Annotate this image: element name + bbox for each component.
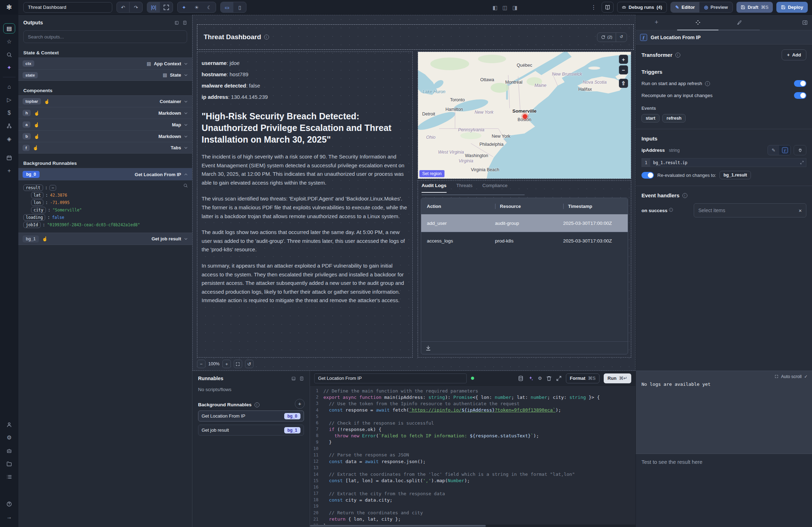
user-icon[interactable] — [3, 419, 15, 430]
add-transformer-button[interactable]: + Add — [782, 49, 806, 60]
refresh-app-button[interactable]: (2) — [597, 33, 616, 42]
output-row-topbar[interactable]: topbar☝Container — [18, 95, 192, 107]
component-settings-tab[interactable] — [677, 15, 718, 30]
home-icon[interactable]: ⌂ — [3, 82, 15, 92]
runnable-item[interactable]: Get Location From IPbg_0 — [198, 411, 304, 421]
flows-nodes-icon[interactable] — [3, 121, 15, 131]
reset-view-button[interactable]: ↺ — [245, 360, 253, 368]
draft-button[interactable]: Draft ⌘S — [736, 2, 773, 13]
editor-tab[interactable]: ✎ Editor — [671, 2, 699, 12]
zoom-out-button[interactable]: − — [197, 360, 205, 368]
styling-tab[interactable] — [718, 15, 760, 30]
fit-view-button[interactable] — [234, 360, 242, 368]
workers-robot-icon[interactable] — [3, 445, 15, 456]
runnable-item[interactable]: Get job resultbg_1 — [198, 425, 304, 436]
more-menu-kebab-icon[interactable]: ⋮ — [590, 4, 598, 11]
zoom-in-button[interactable]: + — [222, 360, 231, 368]
markdown-component[interactable]: username: jdoehostname: host789malware d… — [197, 52, 413, 358]
collapse-right-panel-icon[interactable] — [802, 15, 808, 30]
download-icon[interactable] — [425, 345, 431, 351]
expand-grid-button[interactable] — [160, 2, 173, 12]
collapse-rail-arrow-icon[interactable]: → — [3, 512, 15, 522]
runs-play-icon[interactable]: ▷ — [3, 95, 15, 105]
settings-gear-icon[interactable]: ⚙ — [538, 376, 542, 381]
add-background-runnable-button[interactable]: + — [295, 399, 305, 409]
outputs-search-input[interactable] — [23, 30, 187, 43]
collapse-toggle[interactable]: − — [49, 185, 56, 191]
code-area[interactable]: 1// Define the main function with the re… — [310, 386, 635, 527]
trigger-toggle[interactable] — [794, 92, 806, 99]
event-chip-start[interactable]: start — [641, 114, 659, 122]
folders-icon[interactable] — [3, 459, 15, 469]
audit-logs-list-icon[interactable] — [3, 472, 15, 482]
help-icon[interactable] — [3, 499, 15, 509]
table-row[interactable]: add_useraudit-group2025-03-30T17:00:00Z — [421, 214, 628, 232]
collapse-panel-icon[interactable] — [174, 20, 179, 25]
connect-plug-button[interactable] — [794, 145, 806, 155]
output-row-a[interactable]: a☝Map — [18, 119, 192, 130]
ai-assistant-icon[interactable] — [528, 376, 533, 381]
add-plus-icon[interactable]: + — [3, 166, 15, 176]
windmill-logo[interactable]: ✻ — [0, 0, 18, 15]
insert-component-tab[interactable]: + — [636, 15, 677, 30]
map-zoom-out-button[interactable]: − — [619, 65, 628, 74]
light-theme-button[interactable]: ☀ — [190, 2, 203, 12]
tab-audit-logs[interactable]: Audit Logs — [422, 183, 447, 193]
doc-list-icon[interactable] — [299, 376, 304, 381]
debug-runs-button[interactable]: Debug runs (4) — [617, 2, 667, 13]
settings-gear-icon[interactable]: ⚙ — [3, 432, 15, 443]
delete-trash-icon[interactable] — [546, 376, 552, 381]
clear-select-icon[interactable]: × — [799, 208, 802, 214]
schedules-calendar-icon[interactable] — [3, 152, 15, 163]
search-icon[interactable] — [3, 49, 15, 60]
topbar-container-component[interactable]: Threat Dashboard (2) ↺ — [197, 24, 634, 50]
app-canvas-icon[interactable]: ▤ — [3, 23, 15, 34]
resources-icon[interactable]: ◈ — [3, 134, 15, 144]
run-button[interactable]: Run ⌘↵ — [604, 373, 631, 383]
expand-expr-icon[interactable] — [800, 161, 804, 164]
runnable-name-input[interactable] — [314, 373, 467, 383]
recompute-history-button[interactable]: ↺ — [616, 33, 627, 42]
mobile-view-button[interactable]: ▯ — [233, 2, 246, 12]
output-row-ctx[interactable]: ctx▤App Context — [18, 58, 192, 69]
dark-theme-button[interactable]: ☾ — [203, 2, 216, 12]
output-row-h[interactable]: h☝Markdown — [18, 107, 192, 119]
component-outline-button[interactable]: |0| — [147, 2, 160, 12]
ai-sparkles-icon[interactable]: ✦ — [3, 62, 15, 73]
preview-tab[interactable]: ◎ Preview — [699, 2, 733, 12]
doc-list-icon[interactable] — [183, 20, 187, 25]
horizontal-scrollbar[interactable] — [310, 525, 635, 527]
desktop-view-button[interactable]: ▭ — [221, 2, 233, 12]
output-row-f[interactable]: f☝Tabs — [18, 142, 192, 154]
on-success-select[interactable]: Select items × — [694, 203, 806, 217]
variables-dollar-icon[interactable]: $ — [3, 108, 15, 118]
trigger-toggle[interactable] — [794, 80, 806, 87]
bg1-output-row[interactable]: bg_1 ☝ Get job result — [18, 233, 192, 245]
deploy-button[interactable]: Deploy — [776, 2, 808, 13]
bg0-output-row[interactable]: bg_0 Get Location From IP — [18, 168, 192, 180]
map-locate-button[interactable]: ⇧ — [619, 79, 628, 88]
redo-button[interactable]: ↷ — [130, 2, 142, 12]
map-zoom-in-button[interactable]: + — [619, 55, 628, 64]
cache-database-icon[interactable] — [518, 376, 524, 381]
event-chip-refresh[interactable]: refresh — [662, 114, 686, 122]
app-title-input[interactable] — [23, 2, 112, 13]
undo-button[interactable]: ↶ — [117, 2, 130, 12]
table-row[interactable]: access_logsprod-k8s2025-03-30T17:03:00Z — [421, 232, 628, 250]
collapse-bottom-icon[interactable] — [291, 376, 296, 381]
reeval-toggle[interactable] — [641, 172, 654, 179]
expr-mode-button[interactable]: ƒ — [779, 145, 790, 155]
output-row-b[interactable]: b☝Markdown — [18, 130, 192, 142]
map-component[interactable]: QuébecOttawaMontréalNew BrunswickNova Sc… — [418, 52, 631, 179]
toggle-left-panel-icon[interactable]: ◧ — [492, 5, 497, 10]
result-search-icon[interactable] — [183, 183, 188, 188]
tabs-component[interactable]: Audit LogsThreatsCompliance ActionResour… — [418, 180, 631, 358]
output-row-state[interactable]: state▤State — [18, 69, 192, 81]
ai-wand-button[interactable]: ✦ — [178, 2, 190, 12]
tab-threats[interactable]: Threats — [456, 183, 473, 193]
expand-editor-icon[interactable] — [556, 376, 562, 381]
autoscroll-control[interactable]: Auto scroll ✓ — [775, 374, 808, 379]
input-expression-editor[interactable]: 1 bg_1.result.ip — [641, 158, 806, 167]
static-mode-button[interactable]: ✎ — [768, 145, 779, 155]
toggle-right-panel-icon[interactable]: ◨ — [512, 5, 517, 10]
